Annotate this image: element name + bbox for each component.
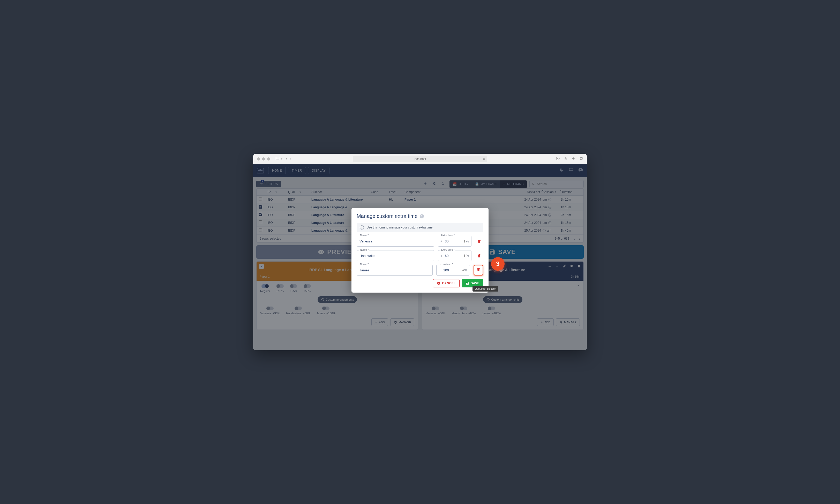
app-root: HOME TIMER DISPLAY 2 (253, 164, 587, 350)
svg-rect-0 (276, 157, 279, 160)
dropdown-icon[interactable]: ▾ (281, 158, 282, 160)
name-input[interactable] (357, 236, 434, 247)
browser-chrome-right (556, 156, 583, 161)
stepper-icon[interactable]: ▴▾ (464, 254, 465, 257)
sidebar-toggle-icon[interactable] (276, 156, 280, 161)
tabs-icon[interactable] (579, 156, 583, 161)
name-field: Name * (357, 265, 433, 275)
download-icon[interactable] (556, 156, 560, 161)
extratime-field: Extra time * + ▴▾ % (438, 250, 471, 261)
name-field: Name * (357, 250, 434, 261)
modal-title: Manage custom extra time ? (357, 213, 483, 219)
svg-rect-3 (580, 158, 582, 160)
modal-actions: CANCEL SAVE (357, 279, 483, 287)
address-bar[interactable]: localhost ↻ (353, 156, 487, 162)
refresh-icon[interactable]: ↻ (483, 157, 485, 161)
browser-chrome: ▾ ‹ › localhost ↻ (253, 154, 587, 164)
help-icon[interactable]: ? (420, 214, 424, 218)
form-row: Name * Extra time * + ▴▾ % (357, 250, 483, 261)
delete-button[interactable] (475, 237, 483, 247)
extratime-field: Extra time * + ▴▾ % (436, 265, 470, 275)
minimize-window-icon[interactable] (262, 157, 265, 161)
name-input[interactable] (357, 265, 433, 275)
delete-tooltip: Queue for deletion (472, 286, 498, 291)
traffic-lights (257, 157, 270, 161)
form-row: Name * Extra time * + ▴▾ % (357, 265, 483, 275)
address-text: localhost (414, 157, 426, 161)
cancel-button[interactable]: CANCEL (433, 279, 459, 287)
app-window: ▾ ‹ › localhost ↻ (253, 154, 587, 350)
share-icon[interactable] (563, 156, 568, 161)
back-icon[interactable]: ‹ (285, 157, 287, 161)
close-window-icon[interactable] (257, 157, 260, 161)
browser-nav: ▾ ‹ › (276, 156, 292, 161)
stepper-icon[interactable]: ▴▾ (464, 239, 465, 243)
name-field: Name * (357, 236, 434, 247)
zoom-window-icon[interactable] (267, 157, 270, 161)
delete-button[interactable] (475, 252, 483, 261)
info-icon: i (360, 226, 364, 230)
modal-form-rows: Name * Extra time * + ▴▾ % Name * Extra … (357, 236, 483, 275)
extratime-field: Extra time * + ▴▾ % (438, 236, 471, 247)
delete-button[interactable] (474, 265, 483, 275)
extra-time-modal: Manage custom extra time ? i Use this fo… (351, 208, 489, 292)
step-callout: 3 (491, 257, 505, 271)
form-row: Name * Extra time * + ▴▾ % (357, 236, 483, 247)
stepper-icon[interactable]: ▴▾ (462, 269, 464, 272)
name-input[interactable] (357, 250, 434, 261)
new-tab-icon[interactable] (571, 156, 575, 161)
forward-icon[interactable]: › (290, 157, 291, 161)
modal-info-banner: i Use this form to manage your custom ex… (357, 223, 483, 232)
